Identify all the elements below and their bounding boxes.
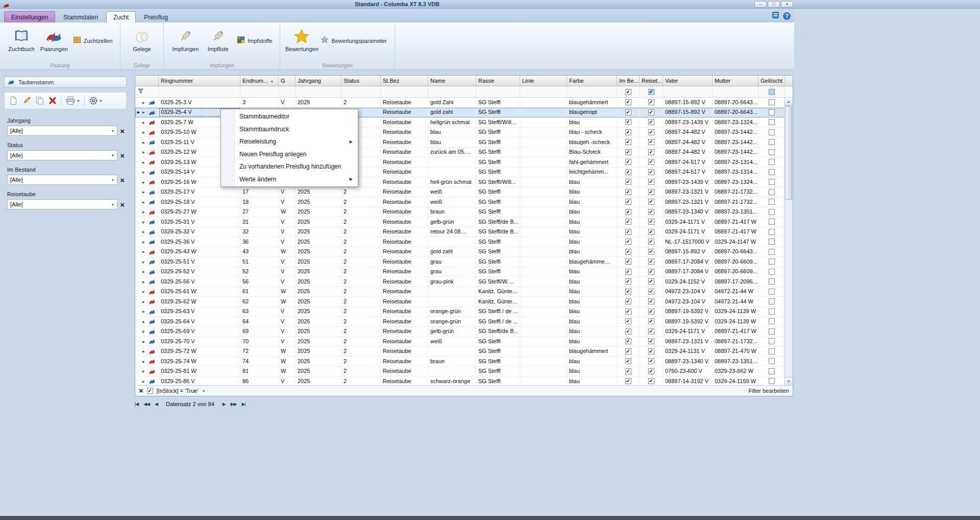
cell-status[interactable]: 2 bbox=[341, 237, 381, 247]
table-row[interactable]: ▶0329-25-32 V32V20252Reisetauberetour 24… bbox=[135, 227, 793, 238]
cell-reisetaube[interactable]: ✓ bbox=[640, 287, 663, 297]
cell-endnummer[interactable]: 63 bbox=[240, 307, 279, 317]
cell-reisetaube[interactable]: ✓ bbox=[640, 277, 663, 287]
delete-record-button[interactable] bbox=[48, 97, 57, 105]
cell-geloescht[interactable] bbox=[758, 207, 785, 217]
cell-reisetaube[interactable]: ✓ bbox=[640, 327, 663, 337]
cell-name[interactable] bbox=[428, 237, 476, 247]
cell-farbe[interactable]: blau bbox=[567, 197, 617, 207]
cell-farbe[interactable]: blau - scheck bbox=[567, 128, 617, 137]
cell-rasse[interactable]: SG Steffl/Will... bbox=[476, 177, 520, 187]
chevron-down-icon[interactable]: ▼ bbox=[99, 99, 103, 103]
reisetaube-checkbox[interactable]: ✓ bbox=[648, 338, 654, 344]
cell-jahrgang[interactable]: 2025 bbox=[296, 297, 341, 306]
column-header-g[interactable]: G bbox=[279, 76, 296, 86]
expand-row-icon[interactable]: ▶ bbox=[142, 290, 147, 293]
cell-geloescht[interactable] bbox=[758, 227, 785, 237]
geloescht-checkbox[interactable] bbox=[769, 309, 775, 315]
cell-geloescht[interactable] bbox=[758, 347, 785, 357]
cell-im-bestand[interactable]: ✓ bbox=[617, 376, 640, 385]
cell-status[interactable]: 2 bbox=[341, 277, 381, 287]
cell-reisetaube[interactable]: ✓ bbox=[640, 207, 663, 217]
cell-linie[interactable] bbox=[520, 207, 567, 217]
cell-g[interactable]: V bbox=[279, 317, 296, 326]
cell-vater[interactable]: 0329-24-1171 V bbox=[663, 227, 713, 237]
cell-g[interactable]: V bbox=[279, 197, 296, 207]
cell-ringnummer[interactable]: 0329-25-17 V bbox=[159, 187, 240, 197]
tab-stammdaten[interactable]: Stammdaten bbox=[56, 11, 105, 22]
cell-geloescht[interactable] bbox=[758, 168, 785, 177]
cell-name[interactable]: gelb-grün bbox=[428, 327, 476, 337]
im-bestand-checkbox[interactable]: ✓ bbox=[625, 209, 631, 215]
cell-im-bestand[interactable]: ✓ bbox=[617, 277, 640, 287]
cell-reisetaube[interactable]: ✓ bbox=[640, 108, 663, 117]
scroll-down-button[interactable]: ▼ bbox=[785, 377, 793, 385]
cell-name[interactable]: blau bbox=[428, 128, 476, 137]
cell-farbe[interactable]: fahl-gehämmert bbox=[567, 157, 617, 167]
cell-mutter[interactable]: 08897-20-6643... bbox=[713, 108, 758, 117]
cell-ringnummer[interactable]: 0329-25-27 W bbox=[159, 207, 240, 217]
cell-ringnummer[interactable]: 0329-25-31 V bbox=[159, 217, 240, 227]
menu-item-stammbaumdruck[interactable]: Stammbaumdruck bbox=[221, 123, 358, 136]
cell-st-bez[interactable]: Reisetaube bbox=[381, 297, 428, 306]
table-row[interactable]: ▶0329-25-70 V70V20252ReisetaubeweißSG St… bbox=[135, 337, 793, 347]
zuchtbuch-button[interactable]: Zuchtbuch bbox=[5, 24, 38, 52]
cell-mutter[interactable]: 0329-24-1159 W bbox=[713, 376, 758, 385]
menu-item-reiseleistung[interactable]: Reiseleistung▶ bbox=[221, 135, 358, 148]
cell-vater[interactable]: 08897-15-892 V bbox=[663, 247, 713, 257]
cell-geloescht[interactable] bbox=[758, 137, 785, 147]
cell-farbe[interactable]: blau bbox=[567, 317, 617, 326]
column-header-name[interactable]: Name bbox=[428, 76, 476, 86]
table-row[interactable]: ▶0329-25-56 V56V20252Reisetaubegrau-pink… bbox=[135, 277, 793, 287]
cell-geloescht[interactable] bbox=[758, 277, 785, 287]
expand-row-icon[interactable]: ▶ bbox=[142, 380, 147, 383]
cell-g[interactable]: V bbox=[279, 337, 296, 346]
filter-cell-linie[interactable] bbox=[520, 86, 567, 97]
cell-ringnummer[interactable]: 0329-25-52 V bbox=[159, 267, 240, 277]
cell-im-bestand[interactable]: ✓ bbox=[617, 227, 640, 237]
cell-linie[interactable] bbox=[520, 257, 567, 267]
cell-reisetaube[interactable]: ✓ bbox=[640, 117, 663, 127]
row-indicator-cell[interactable]: ▶ bbox=[135, 317, 159, 326]
cell-ringnummer[interactable]: 0329-25-74 W bbox=[159, 357, 240, 366]
cell-linie[interactable] bbox=[520, 247, 567, 257]
cell-farbe[interactable]: blau bbox=[567, 217, 617, 227]
cell-farbe[interactable]: blau bbox=[567, 187, 617, 197]
cell-geloescht[interactable] bbox=[758, 376, 785, 385]
cell-vater[interactable]: 08897-15-892 V bbox=[663, 98, 713, 107]
cell-geloescht[interactable] bbox=[758, 157, 785, 167]
cell-vater[interactable]: NL-17-1517000 V bbox=[663, 237, 713, 247]
im-bestand-combo[interactable]: [Alle]▼ bbox=[7, 175, 117, 185]
cell-status[interactable]: 2 bbox=[341, 257, 381, 267]
im-bestand-checkbox[interactable]: ✓ bbox=[625, 338, 631, 344]
cell-st-bez[interactable]: Reisetaube bbox=[381, 257, 428, 267]
table-row[interactable]: ▶0329-25-63 V63V20252Reisetaubeorange-gr… bbox=[135, 307, 793, 317]
cell-name[interactable]: orange-grün bbox=[428, 317, 476, 326]
cell-geloescht[interactable] bbox=[758, 317, 785, 326]
next-page-button[interactable]: ▶▶ bbox=[231, 401, 237, 407]
filter-active-checkbox[interactable]: ✓ bbox=[147, 388, 153, 394]
table-row[interactable]: ▶0329-25-43 W43W20252Reisetaubegold zahl… bbox=[135, 247, 793, 257]
cell-im-bestand[interactable]: ✓ bbox=[617, 117, 640, 127]
expand-row-icon[interactable]: ▶ bbox=[142, 320, 147, 323]
row-indicator-cell[interactable]: ▶ bbox=[135, 287, 159, 297]
cell-vater[interactable]: 0329-24-1131 V bbox=[663, 347, 713, 357]
tab-einstellungen[interactable]: Einstellungen bbox=[4, 11, 55, 22]
chevron-down-icon[interactable]: ▼ bbox=[111, 129, 114, 133]
cell-status[interactable]: 2 bbox=[341, 307, 381, 317]
cell-jahrgang[interactable]: 2025 bbox=[296, 187, 341, 197]
cell-linie[interactable] bbox=[520, 317, 567, 326]
row-indicator-cell[interactable]: ▶ bbox=[135, 237, 159, 247]
row-indicator-cell[interactable]: ▶ bbox=[135, 327, 159, 337]
reisetaube-checkbox[interactable]: ✓ bbox=[648, 149, 654, 155]
cell-mutter[interactable]: 08897-21-417 W bbox=[713, 327, 758, 337]
cell-vater[interactable]: 0329-24-1171 V bbox=[663, 327, 713, 337]
cell-im-bestand[interactable]: ✓ bbox=[617, 217, 640, 227]
cell-status[interactable]: 2 bbox=[341, 376, 381, 385]
cell-im-bestand[interactable]: ✓ bbox=[617, 287, 640, 297]
expand-row-icon[interactable]: ▶ bbox=[142, 329, 147, 333]
row-indicator-cell[interactable]: ▶ bbox=[135, 187, 159, 197]
expand-row-icon[interactable]: ▶ bbox=[142, 310, 147, 313]
print-button[interactable]: ▼ bbox=[65, 96, 80, 105]
row-indicator-cell[interactable]: ▶ bbox=[135, 128, 159, 137]
